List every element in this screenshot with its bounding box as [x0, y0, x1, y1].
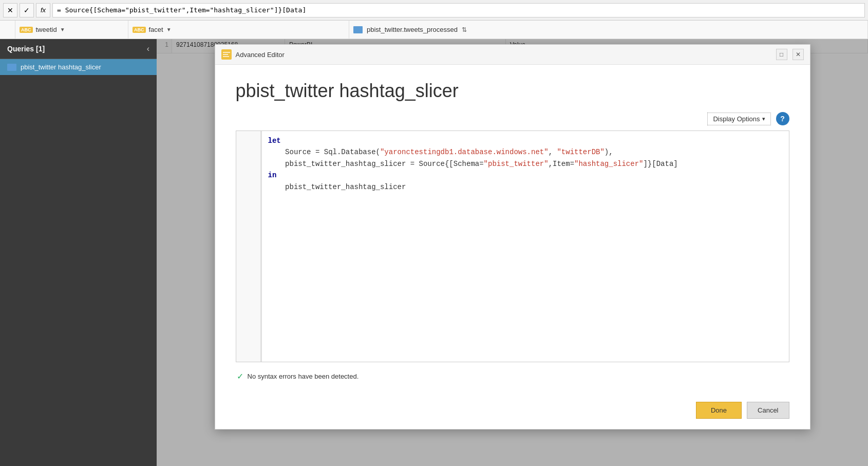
modal-body: pbist_twitter hashtag_slicer Display Opt… — [215, 65, 810, 397]
keyword-in: in — [268, 171, 277, 179]
maximize-button[interactable]: □ — [776, 49, 787, 60]
svg-rect-3 — [223, 56, 229, 57]
cancel-button[interactable]: Cancel — [747, 402, 789, 419]
str-schema: "pbist_twitter" — [484, 160, 549, 168]
help-button[interactable]: ? — [776, 112, 789, 125]
modal-titlebar: Advanced Editor □ ✕ — [215, 45, 810, 65]
modal-overlay: Advanced Editor □ ✕ pbist_twitter hashta… — [157, 39, 868, 466]
data-area: 1 92714108718093516­8 PowerBI Value — [157, 39, 868, 466]
status-bar: ✓ No syntax errors have been detected. — [236, 369, 789, 386]
formula-confirm-btn[interactable]: ✓ — [20, 3, 34, 17]
col-dropdown-facet[interactable]: ▼ — [166, 27, 172, 32]
var-source: Source — [285, 148, 311, 156]
str-db: "twitterDB" — [557, 148, 604, 156]
sidebar-item-label: pbist_twitter hashtag_slicer — [21, 63, 101, 71]
formula-fx-btn[interactable]: fx — [36, 3, 50, 17]
code-editor[interactable]: let Source = Sql.Database("yaronctesting… — [236, 131, 789, 362]
code-gutter — [236, 131, 262, 362]
str-server: "yaronctestingdb1.database.windows.net" — [380, 148, 549, 156]
query-title: pbist_twitter hashtag_slicer — [236, 80, 789, 102]
column-headers: ABC tweetid ▼ ABC facet ▼ pbist_twitter.… — [0, 21, 868, 39]
modal-title-icon — [221, 49, 232, 60]
col-header-table: pbist_twitter.tweets_processed ⇅ — [349, 21, 868, 39]
modal-title-text: Advanced Editor — [236, 51, 771, 59]
code-content[interactable]: let Source = Sql.Database("yaronctesting… — [262, 131, 789, 362]
svg-rect-2 — [223, 54, 228, 55]
col-header-label-facet: facet — [149, 26, 163, 33]
keyword-let: let — [268, 137, 281, 145]
result-var: pbist_twitter_hashtag_slicer — [285, 183, 406, 191]
table-icon — [353, 26, 363, 33]
main-layout: Queries [1] ‹ pbist_twitter hashtag_slic… — [0, 39, 868, 466]
col-header-label-tweetid: tweetid — [36, 26, 57, 33]
col-type-icon-tweetid: ABC — [20, 27, 33, 33]
status-message: No syntax errors have been detected. — [248, 372, 359, 380]
options-row: Display Options ▾ ? — [236, 112, 789, 125]
display-options-button[interactable]: Display Options ▾ — [707, 113, 770, 125]
sidebar-collapse-btn[interactable]: ‹ — [147, 44, 149, 53]
advanced-editor-modal: Advanced Editor □ ✕ pbist_twitter hashta… — [215, 44, 810, 430]
str-item: "hashtag_slicer" — [574, 160, 643, 168]
query-table-icon — [7, 64, 16, 71]
svg-rect-1 — [223, 52, 230, 53]
modal-footer: Done Cancel — [215, 397, 810, 429]
formula-bar: ✕ ✓ fx — [0, 0, 868, 21]
sidebar: Queries [1] ‹ pbist_twitter hashtag_slic… — [0, 39, 157, 466]
var-hashtag-slicer: pbist_twitter_hashtag_slicer — [285, 160, 406, 168]
close-button[interactable]: ✕ — [792, 49, 804, 60]
col-header-tweetid[interactable]: ABC tweetid ▼ — [15, 21, 128, 39]
formula-input[interactable] — [52, 3, 865, 17]
col-type-icon-facet: ABC — [133, 27, 146, 33]
formula-cancel-btn[interactable]: ✕ — [3, 3, 17, 17]
status-check-icon: ✓ — [237, 371, 243, 381]
sidebar-title: Queries [1] — [7, 45, 45, 53]
done-button[interactable]: Done — [696, 402, 742, 419]
sidebar-item-query[interactable]: pbist_twitter hashtag_slicer — [0, 59, 157, 75]
col-header-expand-icon[interactable]: ⇅ — [462, 26, 467, 33]
col-dropdown-tweetid[interactable]: ▼ — [60, 27, 65, 32]
col-header-label-table: pbist_twitter.tweets_processed — [367, 26, 458, 33]
col-header-facet[interactable]: ABC facet ▼ — [128, 21, 349, 39]
sidebar-header: Queries [1] ‹ — [0, 39, 157, 59]
